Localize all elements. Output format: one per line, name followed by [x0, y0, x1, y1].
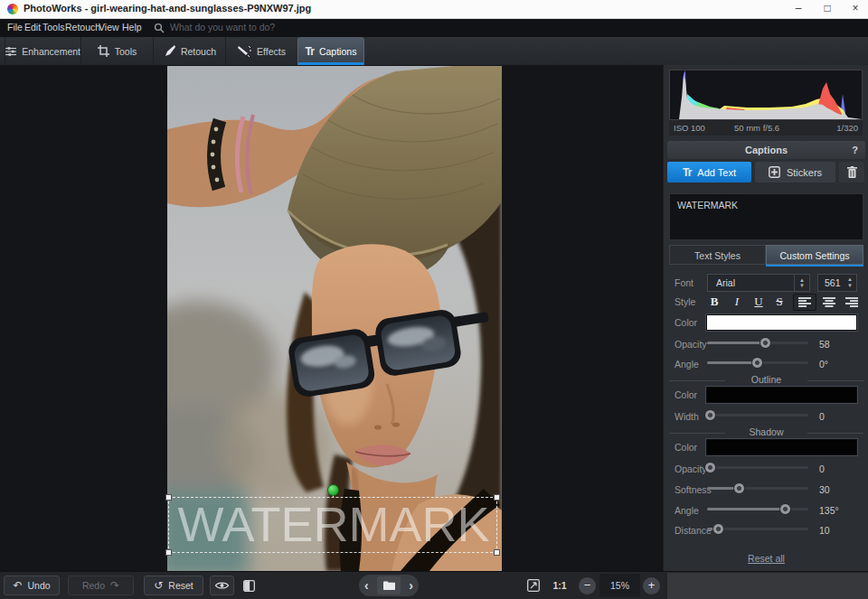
text-opacity-slider[interactable]	[707, 337, 808, 349]
close-button[interactable]: ×	[842, 0, 868, 18]
undo-button[interactable]: ↶ Undo	[4, 576, 60, 595]
stickers-button[interactable]: Stickers	[755, 162, 835, 183]
eye-icon	[215, 581, 229, 590]
tab-retouch[interactable]: Retouch	[153, 37, 226, 65]
reset-all-link[interactable]: Reset all	[664, 553, 868, 564]
reset-button[interactable]: ↺ Reset	[144, 576, 203, 595]
tab-label: Tools	[115, 46, 137, 57]
text-angle-slider[interactable]	[707, 357, 808, 369]
menu-item-retouch[interactable]: Retouch	[65, 22, 100, 33]
outline-width-slider[interactable]	[707, 409, 808, 421]
shadow-angle-label: Angle	[675, 505, 699, 516]
minimize-button[interactable]: –	[785, 0, 812, 18]
maximize-button[interactable]: □	[814, 0, 841, 18]
menu-item-view[interactable]: View	[99, 22, 119, 33]
align-center-button[interactable]	[818, 294, 840, 311]
sticker-plus-icon	[769, 166, 780, 178]
shadow-softness-label: Softness	[675, 484, 712, 495]
help-icon[interactable]: ?	[852, 141, 858, 159]
font-select[interactable]: Arial ▲▼	[707, 274, 810, 292]
align-right-button[interactable]	[841, 294, 863, 311]
right-panel: ISO 100 50 mm f/5.6 1/320 Captions ? Tr …	[663, 65, 868, 571]
search-icon[interactable]	[154, 23, 165, 33]
text-tr-icon: Tr	[306, 45, 314, 58]
combo-spinner-icon[interactable]: ▲▼	[794, 275, 809, 291]
shadow-color-swatch[interactable]	[706, 439, 857, 455]
title-bar: PhotoWorks - girl-wearing-hat-and-sungla…	[0, 0, 868, 19]
app-logo-icon	[7, 4, 18, 14]
caption-text-input[interactable]: WATERMARK	[669, 193, 863, 240]
zoom-out-button[interactable]: −	[579, 577, 596, 594]
fit-to-screen-button[interactable]	[523, 576, 544, 595]
resize-handle-top-left[interactable]	[165, 494, 172, 501]
photo-canvas[interactable]: WATERMARK	[0, 65, 663, 571]
tab-custom-settings[interactable]: Custom Settings	[766, 245, 863, 265]
tab-effects[interactable]: Effects	[225, 37, 298, 65]
bold-button[interactable]: B	[704, 293, 724, 310]
add-text-label: Add Text	[697, 167, 736, 178]
outline-width-label: Width	[675, 411, 699, 422]
status-bar: ↶ Undo Redo ↷ ↺ Reset ‹ › 1:1 − 15%	[0, 571, 868, 599]
tab-label: Captions	[319, 46, 356, 57]
size-spinner-icon[interactable]: ▲▼	[844, 275, 855, 291]
exif-shutter: 1/320	[836, 123, 858, 133]
zoom-in-button[interactable]: +	[643, 577, 660, 594]
shadow-color-label: Color	[675, 442, 697, 453]
next-photo-button[interactable]: ›	[409, 576, 413, 595]
font-size-value: 561	[825, 277, 841, 288]
menu-item-tools[interactable]: Tools	[42, 22, 65, 33]
actual-size-button[interactable]: 1:1	[547, 576, 572, 595]
shadow-angle-slider[interactable]	[707, 503, 808, 515]
menu-item-file[interactable]: File	[7, 22, 23, 33]
menu-bar: File Edit Tools Retouch View Help What d…	[0, 19, 868, 37]
align-center-icon	[823, 297, 835, 307]
crop-icon	[98, 45, 109, 57]
exif-iso: ISO 100	[674, 123, 705, 133]
sliders-icon	[5, 46, 16, 57]
previous-photo-button[interactable]: ‹	[364, 576, 369, 595]
redo-button[interactable]: Redo ↷	[68, 576, 134, 595]
search-input[interactable]: What do you want to do?	[170, 22, 275, 33]
watermark-selection-box[interactable]: WATERMARK	[168, 497, 497, 553]
watermark-text[interactable]: WATERMARK	[167, 494, 500, 554]
font-size-input[interactable]: 561 ▲▼	[817, 274, 857, 292]
text-angle-value: 0°	[819, 359, 828, 370]
tab-enhancement[interactable]: Enhancement	[5, 37, 81, 65]
exif-bar: ISO 100 50 mm f/5.6 1/320	[669, 120, 863, 136]
captions-panel-header: Captions ?	[667, 141, 865, 159]
underline-button[interactable]: U	[749, 293, 769, 310]
tab-text-styles[interactable]: Text Styles	[669, 245, 766, 265]
resize-handle-top-right[interactable]	[494, 494, 500, 501]
shadow-distance-slider[interactable]	[707, 523, 808, 535]
add-text-button[interactable]: Tr Add Text	[667, 162, 751, 183]
shadow-angle-value: 135°	[819, 505, 839, 516]
shadow-softness-slider[interactable]	[707, 482, 808, 494]
outline-color-swatch[interactable]	[706, 387, 857, 403]
exif-lens: 50 mm f/5.6	[734, 123, 779, 133]
shadow-distance-label: Distance	[675, 525, 712, 536]
strikethrough-button[interactable]: S	[769, 293, 789, 310]
shadow-section-title: Shadow	[669, 426, 863, 439]
align-left-button[interactable]	[793, 294, 816, 311]
open-folder-button[interactable]	[377, 576, 401, 594]
delete-text-button[interactable]	[839, 162, 864, 183]
tab-tools[interactable]: Tools	[80, 37, 154, 65]
align-left-icon	[798, 297, 811, 307]
font-label: Font	[675, 277, 693, 288]
italic-button[interactable]: I	[727, 293, 747, 310]
before-after-button[interactable]	[237, 576, 260, 595]
text-color-label: Color	[675, 317, 697, 328]
photo-image: WATERMARK	[167, 66, 502, 571]
text-color-swatch[interactable]	[706, 314, 857, 331]
histogram	[669, 70, 863, 120]
brush-icon	[163, 45, 175, 57]
shadow-opacity-slider[interactable]	[707, 462, 808, 473]
tab-captions[interactable]: Tr Captions	[297, 37, 364, 65]
resize-handle-bottom-left[interactable]	[165, 549, 172, 556]
before-after-icon	[243, 580, 255, 592]
resize-handle-bottom-right[interactable]	[494, 549, 500, 556]
menu-item-edit[interactable]: Edit	[24, 22, 41, 33]
preview-original-button[interactable]	[210, 576, 234, 595]
menu-item-help[interactable]: Help	[122, 22, 142, 33]
fit-screen-icon	[527, 579, 540, 592]
